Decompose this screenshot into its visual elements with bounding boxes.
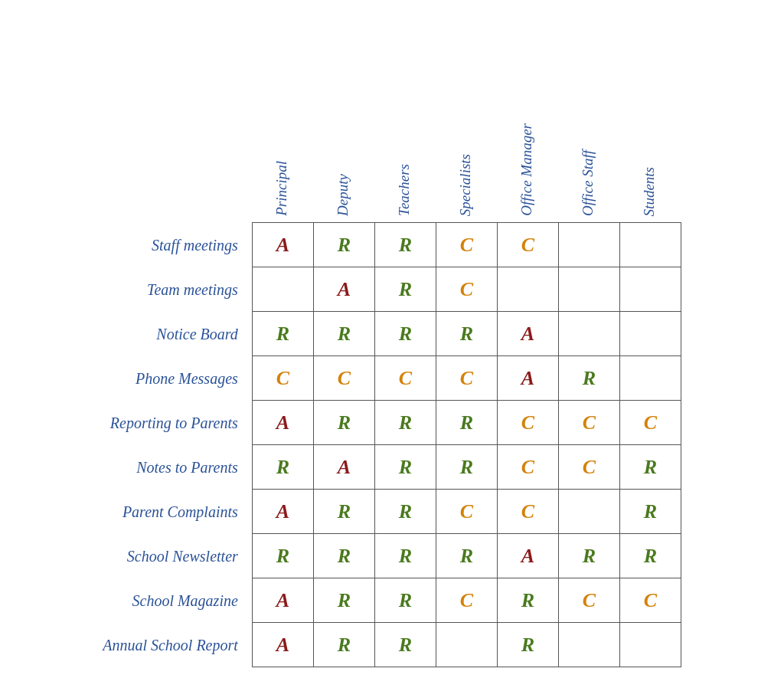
cell-9-1: R (313, 623, 374, 667)
row-label-1: Team meetings (147, 267, 252, 312)
cell-5-4: C (497, 445, 558, 490)
cell-0-3: C (436, 223, 497, 267)
row-label-6: Parent Complaints (122, 490, 252, 534)
cell-8-6: C (619, 578, 681, 623)
table-row: ARC (252, 267, 681, 312)
col-header-6: Students (619, 167, 681, 222)
cell-0-2: R (374, 223, 436, 267)
cell-9-6 (619, 623, 681, 667)
cell-0-0: A (252, 223, 313, 267)
col-header-2: Teachers (374, 164, 436, 222)
cell-8-5: C (558, 578, 619, 623)
table-row: RRRRA (252, 312, 681, 356)
cell-4-2: R (374, 401, 436, 445)
col-header-0: Principal (252, 161, 313, 222)
table-row: ARRRCCC (252, 401, 681, 445)
cell-8-0: A (252, 578, 313, 623)
cell-6-0: A (252, 490, 313, 534)
cell-6-6: R (619, 490, 681, 534)
cell-2-6 (619, 312, 681, 356)
col-header-text-6: Students (641, 167, 658, 216)
grid-section: PrincipalDeputyTeachersSpecialistsOffice… (252, 23, 681, 667)
cell-7-0: R (252, 534, 313, 578)
cell-1-0 (252, 267, 313, 312)
cell-4-6: C (619, 401, 681, 445)
cell-6-2: R (374, 490, 436, 534)
table-row: ARRCC (252, 223, 681, 267)
cell-4-4: C (497, 401, 558, 445)
table-row: RARRCCR (252, 445, 681, 490)
col-header-text-3: Specialists (457, 154, 475, 216)
cell-0-5 (558, 223, 619, 267)
cell-6-5 (558, 490, 619, 534)
grid-table: ARRCC ARC RRRRA CCCCAR ARRRCCCRARRCCRARR… (252, 222, 681, 667)
cell-3-6 (619, 356, 681, 401)
cell-0-1: R (313, 223, 374, 267)
row-label-9: Annual School Report (103, 623, 252, 667)
cell-1-3: C (436, 267, 497, 312)
cell-8-1: R (313, 578, 374, 623)
cell-9-0: A (252, 623, 313, 667)
table-row: ARRCC R (252, 490, 681, 534)
cell-3-3: C (436, 356, 497, 401)
cell-2-2: R (374, 312, 436, 356)
cell-6-1: R (313, 490, 374, 534)
cell-4-3: R (436, 401, 497, 445)
cell-0-4: C (497, 223, 558, 267)
cell-7-6: R (619, 534, 681, 578)
cell-7-3: R (436, 534, 497, 578)
col-header-text-0: Principal (273, 161, 291, 216)
col-header-4: Office Manager (497, 123, 558, 222)
cell-3-0: C (252, 356, 313, 401)
row-label-3: Phone Messages (136, 356, 252, 401)
cell-3-2: C (374, 356, 436, 401)
cell-7-5: R (558, 534, 619, 578)
col-header-text-4: Office Manager (518, 123, 536, 216)
col-header-5: Office Staff (558, 150, 619, 222)
cell-1-1: A (313, 267, 374, 312)
cell-1-2: R (374, 267, 436, 312)
cell-4-0: A (252, 401, 313, 445)
cell-8-3: C (436, 578, 497, 623)
col-headers: PrincipalDeputyTeachersSpecialistsOffice… (252, 23, 681, 222)
col-header-3: Specialists (436, 154, 497, 222)
cell-2-3: R (436, 312, 497, 356)
cell-3-1: C (313, 356, 374, 401)
cell-7-4: A (497, 534, 558, 578)
row-label-7: School Newsletter (127, 534, 252, 578)
col-header-1: Deputy (313, 174, 374, 222)
cell-5-6: R (619, 445, 681, 490)
table-row: ARR R (252, 623, 681, 667)
cell-0-6 (619, 223, 681, 267)
cell-6-3: C (436, 490, 497, 534)
row-label-4: Reporting to Parents (110, 401, 252, 445)
col-header-text-5: Office Staff (580, 150, 597, 216)
cell-2-4: A (497, 312, 558, 356)
cell-1-5 (558, 267, 619, 312)
cell-1-4 (497, 267, 558, 312)
table-row: RRRRARR (252, 534, 681, 578)
row-labels: Staff meetingsTeam meetingsNotice BoardP… (103, 24, 252, 667)
cell-5-1: A (313, 445, 374, 490)
row-label-5: Notes to Parents (136, 445, 252, 490)
col-header-text-2: Teachers (396, 164, 413, 216)
cell-9-3 (436, 623, 497, 667)
matrix-container: Staff meetingsTeam meetingsNotice BoardP… (103, 23, 681, 667)
row-label-8: School Magazine (132, 578, 252, 623)
table-row: CCCCAR (252, 356, 681, 401)
page-wrapper: Staff meetingsTeam meetingsNotice BoardP… (0, 0, 784, 688)
cell-9-2: R (374, 623, 436, 667)
cell-4-5: C (558, 401, 619, 445)
cell-5-3: R (436, 445, 497, 490)
row-label-2: Notice Board (156, 312, 251, 356)
cell-2-0: R (252, 312, 313, 356)
cell-9-5 (558, 623, 619, 667)
table-row: ARRCRCC (252, 578, 681, 623)
cell-4-1: R (313, 401, 374, 445)
cell-6-4: C (497, 490, 558, 534)
cell-3-5: R (558, 356, 619, 401)
cell-5-2: R (374, 445, 436, 490)
cell-8-2: R (374, 578, 436, 623)
cell-5-0: R (252, 445, 313, 490)
cell-2-1: R (313, 312, 374, 356)
